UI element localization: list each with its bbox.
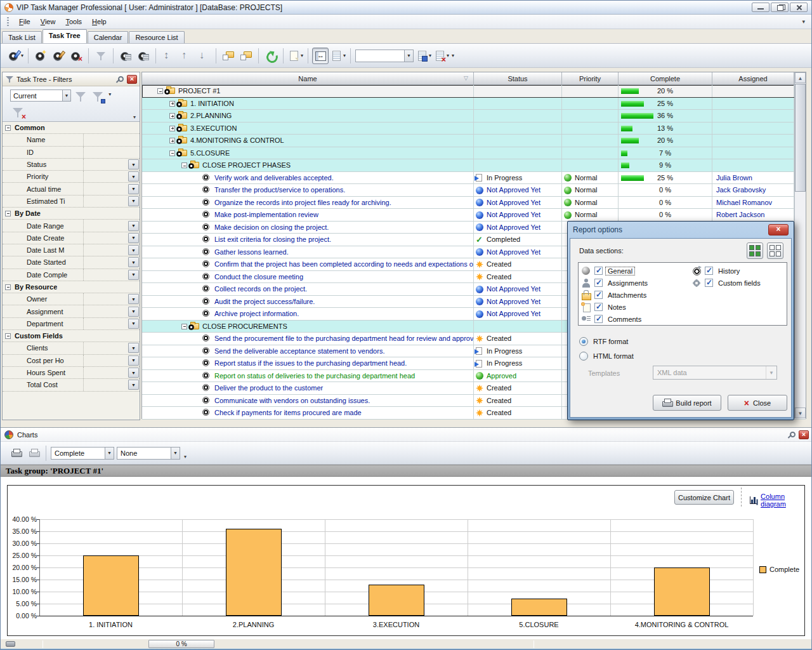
tab-calendar[interactable]: Calendar xyxy=(88,31,129,43)
data-section-attachments[interactable]: Attachments xyxy=(581,289,648,301)
checkbox-checked[interactable] xyxy=(705,279,713,287)
chevron-down-icon[interactable]: ▼ xyxy=(105,448,114,459)
chevron-down-icon[interactable]: ▼ xyxy=(128,307,139,317)
chevron-down-icon[interactable]: ▾ xyxy=(21,53,23,58)
column-diagram-link[interactable]: Column diagram xyxy=(750,493,804,508)
scrollbar-thumb[interactable] xyxy=(795,84,806,192)
checkbox-checked[interactable] xyxy=(594,303,603,311)
radio-html-format[interactable] xyxy=(579,352,588,361)
refresh-button[interactable] xyxy=(263,48,279,64)
group-row[interactable]: 5.CLOSURE7 % xyxy=(142,147,806,160)
collapse-section-icon[interactable] xyxy=(5,284,11,290)
chevron-down-icon[interactable]: ▼ xyxy=(128,355,139,366)
edit-task-button[interactable] xyxy=(50,48,67,64)
save-filter-button[interactable] xyxy=(90,90,105,103)
column-header-priority[interactable]: Priority xyxy=(562,72,619,84)
customize-chart-button[interactable]: Customize Chart xyxy=(674,490,734,505)
checkbox-checked[interactable] xyxy=(705,267,713,275)
chevron-down-icon[interactable]: ▼ xyxy=(128,171,139,182)
new-task-button[interactable]: ▾ xyxy=(8,48,24,64)
filter-section-by-date[interactable]: By Date xyxy=(3,208,140,220)
delete-view-button[interactable]: ▾ xyxy=(433,48,450,64)
chart-grouping-combo[interactable]: None ▼ xyxy=(117,447,180,460)
task-row[interactable]: Organize the records into project files … xyxy=(142,197,806,209)
filter-section-custom-fields[interactable]: Custom Fields xyxy=(3,330,140,342)
tree-scrollbar[interactable]: ▲ ▼ xyxy=(794,72,806,418)
chevron-down-icon[interactable]: ▼ xyxy=(171,448,180,459)
clear-filter-button[interactable]: × xyxy=(10,105,25,119)
toolbar-overflow-icon[interactable]: ▾ xyxy=(452,53,454,58)
column-header-name[interactable]: Name▽ xyxy=(142,72,474,84)
restore-button[interactable] xyxy=(771,3,789,12)
chevron-down-icon[interactable]: ▼ xyxy=(128,245,139,255)
tab-task-tree[interactable]: Task Tree xyxy=(43,29,87,43)
expand-icon[interactable] xyxy=(169,113,175,119)
task-row[interactable]: Make post-implementation reviewNot Appro… xyxy=(142,209,806,222)
task-details-button[interactable] xyxy=(135,48,152,64)
collapse-icon[interactable] xyxy=(169,150,175,156)
chevron-down-icon[interactable]: ▾ xyxy=(301,53,303,58)
task-row[interactable]: Transfer the product/service to operatio… xyxy=(142,184,806,197)
print-preview-button[interactable] xyxy=(25,445,42,461)
print-button[interactable] xyxy=(8,445,24,461)
menubar-overflow-icon[interactable]: ▾ xyxy=(802,18,805,25)
checkbox-checked[interactable] xyxy=(594,279,603,287)
minimize-button[interactable] xyxy=(752,3,769,12)
layout-button[interactable]: ▾ xyxy=(330,48,346,64)
column-diagram-link-text[interactable]: Column diagram xyxy=(761,493,804,508)
charts-close-button[interactable]: × xyxy=(799,430,809,439)
data-section-custom-fields[interactable]: Custom fields xyxy=(691,277,763,289)
data-section-general[interactable]: General xyxy=(581,265,634,277)
collapse-icon[interactable] xyxy=(157,88,163,94)
chevron-down-icon[interactable]: ▼ xyxy=(128,380,139,390)
collapse-section-icon[interactable] xyxy=(5,333,11,339)
filter-section-common[interactable]: Common xyxy=(3,122,140,134)
data-section-notes[interactable]: Notes xyxy=(581,301,628,313)
chevron-down-icon[interactable]: ▼ xyxy=(128,319,139,329)
chevron-down-icon[interactable]: ▼ xyxy=(62,90,70,101)
filters-toolbar-overflow-icon[interactable]: ▾ xyxy=(133,114,136,120)
expand-icon[interactable] xyxy=(169,138,175,143)
radio-rtf-format[interactable] xyxy=(579,337,588,346)
move-up-button[interactable] xyxy=(178,48,194,64)
collapse-section-icon[interactable] xyxy=(5,125,11,131)
chevron-down-icon[interactable]: ▼ xyxy=(128,196,139,206)
chevron-down-icon[interactable]: ▼ xyxy=(128,184,139,194)
group-row[interactable]: PROJECT #120 % xyxy=(142,85,806,98)
chevron-down-icon[interactable]: ▼ xyxy=(128,343,139,353)
collapse-icon[interactable] xyxy=(181,324,187,329)
menu-help[interactable]: Help xyxy=(87,16,112,27)
charts-pin-icon[interactable] xyxy=(789,431,796,439)
filter-section-by-resource[interactable]: By Resource xyxy=(3,281,140,293)
save-filter-dropdown-icon[interactable]: ▾ xyxy=(108,91,111,97)
menu-tools[interactable]: Tools xyxy=(60,16,87,27)
delete-task-button[interactable] xyxy=(68,48,84,64)
chevron-down-icon[interactable]: ▼ xyxy=(128,257,139,267)
pin-icon[interactable] xyxy=(117,76,124,83)
filter-preset-combo[interactable]: Current ▼ xyxy=(10,90,71,102)
build-report-button[interactable]: Build report xyxy=(653,395,721,411)
chevron-down-icon[interactable]: ▾ xyxy=(429,53,431,58)
column-header-assigned[interactable]: Assigned xyxy=(712,72,794,84)
menu-file[interactable]: File xyxy=(14,16,36,27)
charts-toolbar-overflow-icon[interactable]: ▾ xyxy=(184,454,187,460)
data-section-history[interactable]: History xyxy=(691,265,742,277)
chevron-down-icon[interactable]: ▼ xyxy=(404,50,413,62)
collapse-icon[interactable] xyxy=(181,162,187,168)
menu-view[interactable]: View xyxy=(36,16,61,27)
chart-value-combo[interactable]: Complete ▼ xyxy=(51,447,114,460)
dialog-close-button[interactable]: × xyxy=(768,224,789,235)
apply-filter-button[interactable] xyxy=(73,90,88,103)
chevron-down-icon[interactable]: ▼ xyxy=(128,221,139,231)
collapse-section-icon[interactable] xyxy=(5,211,11,216)
chevron-down-icon[interactable]: ▼ xyxy=(128,159,139,169)
group-row[interactable]: 1. INITIATION25 % xyxy=(142,98,806,110)
group-row[interactable]: 4.MONITORING & CONTROL20 % xyxy=(142,135,806,147)
collapse-all-button[interactable] xyxy=(220,48,237,64)
column-header-status[interactable]: Status xyxy=(474,72,562,84)
add-task-button[interactable] xyxy=(32,48,49,64)
checkbox-checked[interactable] xyxy=(594,315,603,323)
group-row[interactable]: 3.EXECUTION13 % xyxy=(142,123,806,135)
select-all-sections-button[interactable] xyxy=(747,242,763,259)
expand-icon[interactable] xyxy=(169,126,175,131)
